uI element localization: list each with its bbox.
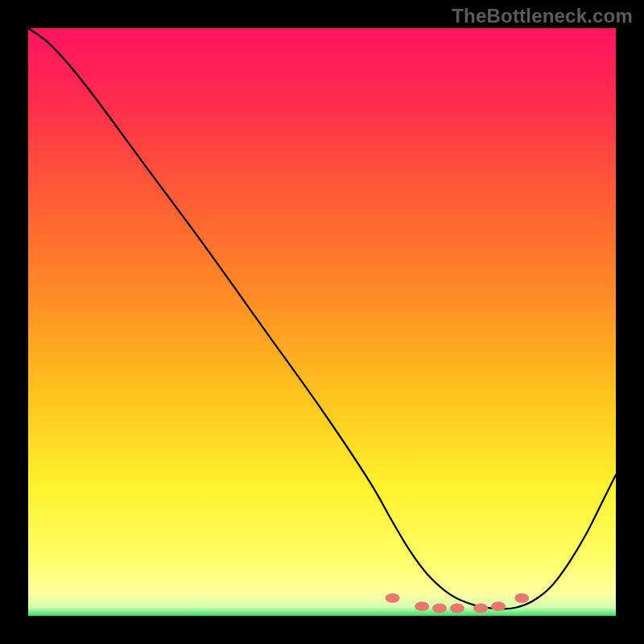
chart-frame: TheBottleneck.com	[0, 0, 644, 644]
data-dot	[514, 593, 529, 603]
data-dot	[491, 601, 506, 611]
data-dot	[415, 601, 429, 611]
data-dot	[450, 604, 464, 613]
data-dot	[473, 604, 488, 613]
watermark: TheBottleneck.com	[452, 5, 633, 27]
plot-area	[28, 28, 616, 616]
data-dot	[386, 593, 400, 603]
data-dot	[432, 604, 447, 613]
data-dots	[28, 28, 616, 616]
